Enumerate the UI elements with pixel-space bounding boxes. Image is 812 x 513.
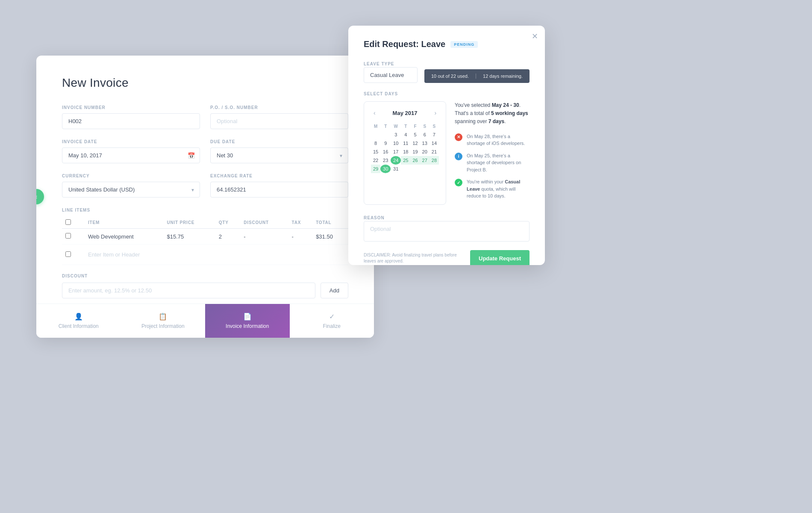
update-request-button[interactable]: Update Request: [470, 250, 530, 265]
po-number-input[interactable]: [210, 113, 348, 129]
project-tab-icon: 📋: [159, 313, 167, 321]
reason-label: REASON: [364, 215, 385, 220]
discount-row: Add: [62, 283, 348, 298]
cal-day-cell[interactable]: 5: [410, 130, 420, 139]
enter-item-row: [62, 245, 348, 265]
cal-day-cell[interactable]: 19: [410, 147, 420, 156]
cal-day-cell[interactable]: 21: [430, 147, 439, 156]
cal-day-cell[interactable]: 22: [371, 156, 380, 165]
cal-day-cell[interactable]: 7: [430, 130, 439, 139]
close-button[interactable]: ✕: [532, 32, 538, 40]
due-date-select[interactable]: Net 30 Net 15 Due on Receipt: [210, 147, 348, 163]
cal-day-cell[interactable]: 31: [391, 165, 401, 173]
leave-type-input[interactable]: [364, 67, 418, 83]
exchange-rate-label: EXCHANGE RATE: [210, 174, 348, 178]
currency-select[interactable]: United States Dollar (USD): [62, 182, 200, 198]
cal-day-cell[interactable]: 9: [380, 139, 391, 147]
add-discount-button[interactable]: Add: [321, 283, 348, 298]
new-row-checkbox[interactable]: [65, 251, 71, 257]
cal-day-cell[interactable]: 8: [371, 139, 380, 147]
line-items-label: LINE ITEMS: [62, 208, 348, 212]
cal-day-cell[interactable]: 23: [380, 156, 391, 165]
invoice-number-label: INVOICE NUMBER: [62, 105, 200, 110]
invoice-date-input[interactable]: [62, 147, 200, 163]
tab-client-information[interactable]: 👤 Client Information: [36, 304, 121, 338]
client-tab-label: Client Information: [59, 323, 99, 329]
tab-invoice-information[interactable]: 📄 Invoice Information: [205, 304, 290, 338]
calendar-icon: 📅: [188, 152, 195, 159]
cal-day-cell[interactable]: 17: [391, 147, 401, 156]
discount-input[interactable]: [62, 283, 315, 298]
cal-day-cell[interactable]: 13: [420, 139, 430, 147]
cal-day-cell[interactable]: 14: [430, 139, 439, 147]
form-row-3: CURRENCY United States Dollar (USD) ▼ EX…: [62, 174, 348, 198]
cal-day-cell: [430, 165, 439, 173]
form-row-2: INVOICE DATE 📅 DUE DATE Net 30 Net 15 Du…: [62, 139, 348, 163]
discount-section: DISCOUNT Add: [62, 274, 348, 298]
cal-day-cell[interactable]: 3: [391, 130, 401, 139]
line-items-table: ITEM UNIT PRICE QTY DISCOUNT TAX TOTAL W…: [62, 217, 348, 265]
po-number-label: P.O. / S.O. NUMBER: [210, 105, 348, 110]
leave-title: Edit Request: Leave: [364, 39, 445, 49]
project-tab-label: Project Information: [141, 323, 185, 329]
cal-day-cell[interactable]: 12: [410, 139, 420, 147]
cal-day-f: F: [410, 122, 420, 130]
cal-day-cell[interactable]: 24: [391, 156, 401, 165]
invoice-date-group: INVOICE DATE 📅: [62, 139, 200, 163]
invoice-date-wrapper: 📅: [62, 147, 200, 163]
stats-divider: [476, 74, 476, 79]
cal-day-cell: [420, 165, 430, 173]
invoice-number-input[interactable]: [62, 113, 200, 129]
cal-day-cell: [410, 165, 420, 173]
disclaimer-text: DISCLAIMER: Avoid finalizing travel plan…: [364, 252, 470, 264]
calendar-header: ‹ May 2017 ›: [371, 109, 439, 117]
tab-project-information[interactable]: 📋 Project Information: [121, 304, 206, 338]
row-total: $31.50: [312, 229, 348, 245]
row-item-name: Web Development: [85, 229, 163, 245]
leave-summary-text: You've selected May 24 - 30. That's a to…: [455, 101, 530, 126]
cal-day-cell[interactable]: 20: [420, 147, 430, 156]
notice-error-text: On May 28, there's a shortage of iOS dev…: [467, 133, 530, 147]
leave-info-panel: You've selected May 24 - 30. That's a to…: [453, 101, 530, 205]
exchange-rate-group: EXCHANGE RATE: [210, 174, 348, 198]
cal-day-cell[interactable]: 11: [401, 139, 410, 147]
row-drag-handle: [74, 229, 85, 245]
cal-day-cell[interactable]: 15: [371, 147, 380, 156]
invoice-tab-icon: 📄: [243, 313, 252, 321]
cal-day-cell[interactable]: 27: [420, 156, 430, 165]
enter-item-input[interactable]: [88, 249, 345, 260]
cal-prev-button[interactable]: ‹: [371, 109, 378, 117]
leave-type-label: LEAVE TYPE: [364, 62, 394, 66]
cal-day-m: M: [371, 122, 380, 130]
cal-day-cell[interactable]: 29: [371, 165, 380, 173]
select-all-checkbox[interactable]: [65, 219, 71, 225]
due-date-wrapper: Net 30 Net 15 Due on Receipt ▼: [210, 147, 348, 163]
leave-type-group: LEAVE TYPE: [364, 59, 418, 83]
calendar-grid: M T W T F S S 34567891011121314151617181…: [371, 122, 439, 173]
reason-textarea[interactable]: [364, 221, 530, 242]
cal-day-s1: S: [420, 122, 430, 130]
leave-used-stat: 10 out of 22 used.: [431, 74, 469, 79]
cal-day-cell[interactable]: 4: [401, 130, 410, 139]
notice-ok-text: You're within your Casual Leave quota, w…: [467, 178, 530, 200]
cal-next-button[interactable]: ›: [432, 109, 439, 117]
notice-ok: ✓ You're within your Casual Leave quota,…: [455, 178, 530, 200]
cal-day-cell[interactable]: 6: [420, 130, 430, 139]
exchange-rate-input[interactable]: [210, 182, 348, 198]
cal-week-row-1: 891011121314: [371, 139, 439, 147]
tab-finalize[interactable]: ✓ Finalize: [290, 304, 374, 338]
cal-day-cell[interactable]: 25: [401, 156, 410, 165]
cal-day-cell[interactable]: 10: [391, 139, 401, 147]
cal-day-cell[interactable]: 26: [410, 156, 420, 165]
leave-footer: DISCLAIMER: Avoid finalizing travel plan…: [364, 250, 530, 265]
notice-error: ✕ On May 28, there's a shortage of iOS d…: [455, 133, 530, 147]
row-qty: 2: [215, 229, 241, 245]
cal-day-cell[interactable]: 30: [380, 165, 391, 173]
line-items-section: LINE ITEMS ITEM UNIT PRICE QTY DISCOUNT …: [62, 208, 348, 265]
cal-day-cell[interactable]: 18: [401, 147, 410, 156]
cal-day-cell[interactable]: 28: [430, 156, 439, 165]
cal-day-cell[interactable]: 16: [380, 147, 391, 156]
row-checkbox[interactable]: [65, 233, 71, 239]
col-total: TOTAL: [312, 217, 348, 229]
invoice-tab-label: Invoice Information: [226, 323, 269, 329]
